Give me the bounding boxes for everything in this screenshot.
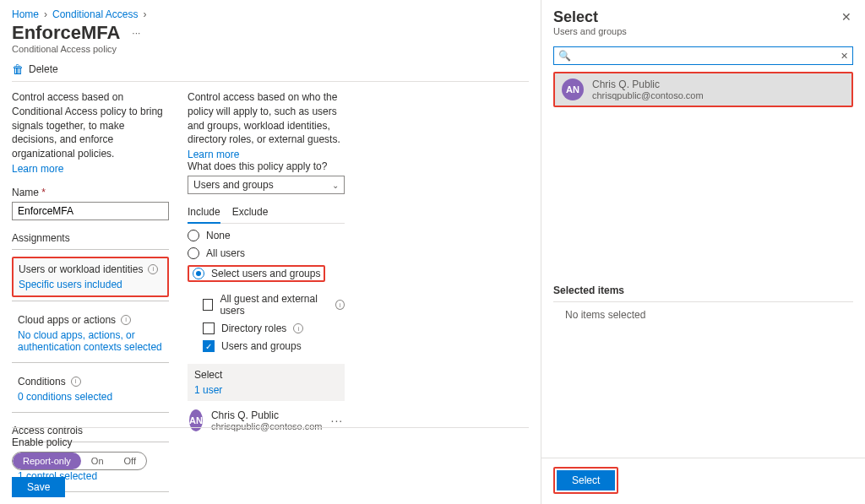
check-guest-external-label: All guest and external users xyxy=(220,293,329,317)
info-icon[interactable]: i xyxy=(71,377,81,387)
breadcrumb-home[interactable]: Home xyxy=(12,8,39,20)
assignments-heading: Assignments xyxy=(12,232,169,244)
radio-select-users-groups[interactable]: Select users and groups xyxy=(188,265,325,282)
breadcrumb-conditional-access[interactable]: Conditional Access xyxy=(52,8,138,20)
cloud-apps-row[interactable]: Cloud apps or actions i No cloud apps, a… xyxy=(12,308,169,359)
name-label: Name * xyxy=(12,187,169,198)
chevron-right-icon: › xyxy=(44,8,47,20)
tab-include[interactable]: Include xyxy=(188,203,220,223)
apply-description: Control access based on who the policy w… xyxy=(188,90,345,147)
policy-name-input[interactable] xyxy=(12,202,169,220)
users-workload-identities-label: Users or workload identities xyxy=(19,263,143,275)
divider xyxy=(12,362,169,363)
select-panel: Select Users and groups ✕ 🔍 ✕ AN Chris Q… xyxy=(541,0,865,504)
divider xyxy=(12,427,529,428)
info-icon[interactable]: i xyxy=(148,264,158,274)
divider xyxy=(12,412,169,413)
clear-icon[interactable]: ✕ xyxy=(841,51,848,62)
users-workload-identities-status: Specific users included xyxy=(19,279,162,290)
result-mail: chrisqpublic@contoso.com xyxy=(592,90,704,100)
apply-to-label: What does this policy apply to? xyxy=(188,160,345,172)
info-icon[interactable]: i xyxy=(335,300,345,310)
toggle-report-only[interactable]: Report-only xyxy=(13,453,81,469)
enable-policy-label: Enable policy xyxy=(12,436,529,448)
radio-icon xyxy=(188,230,199,241)
divider xyxy=(553,301,853,302)
select-button[interactable]: Select xyxy=(557,470,615,490)
panel-search[interactable]: 🔍 ✕ xyxy=(553,46,853,65)
cloud-apps-status: No cloud apps, actions, or authenticatio… xyxy=(18,329,163,353)
delete-button[interactable]: 🗑 Delete xyxy=(12,62,529,76)
delete-label: Delete xyxy=(29,63,58,75)
cloud-apps-label: Cloud apps or actions xyxy=(18,314,116,326)
select-users-title: Select xyxy=(194,369,338,381)
divider xyxy=(12,249,169,250)
apply-to-select[interactable]: Users and groups ⌄ xyxy=(188,176,345,194)
result-name: Chris Q. Public xyxy=(592,79,704,90)
radio-none-label: None xyxy=(206,230,231,241)
policy-description: Control access based on Conditional Acce… xyxy=(12,90,169,161)
chevron-right-icon: › xyxy=(143,8,146,20)
more-icon[interactable]: ··· xyxy=(128,27,144,39)
check-directory-roles[interactable]: Directory roles i xyxy=(203,322,345,334)
radio-icon xyxy=(188,247,199,259)
learn-more-link[interactable]: Learn more xyxy=(188,149,239,160)
page-subtitle: Conditional Access policy xyxy=(12,44,529,54)
trash-icon: 🗑 xyxy=(12,62,24,76)
session-row[interactable]: Session i 0 controls selected xyxy=(12,499,169,504)
breadcrumb: Home › Conditional Access › xyxy=(12,8,529,20)
users-workload-identities-row[interactable]: Users or workload identities i Specific … xyxy=(12,257,169,297)
check-users-groups[interactable]: ✓ Users and groups xyxy=(203,340,345,352)
radio-icon xyxy=(193,268,204,279)
learn-more-link[interactable]: Learn more xyxy=(12,163,63,175)
info-icon[interactable]: i xyxy=(293,323,303,333)
apply-to-value: Users and groups xyxy=(193,179,274,191)
radio-select-users-groups-label: Select users and groups xyxy=(211,268,320,279)
panel-title: Select xyxy=(553,8,627,26)
select-users-count-link[interactable]: 1 user xyxy=(194,384,338,396)
more-icon[interactable]: ··· xyxy=(331,414,344,427)
save-button[interactable]: Save xyxy=(12,477,65,497)
tab-exclude[interactable]: Exclude xyxy=(232,203,269,223)
search-result-row[interactable]: AN Chris Q. Public chrisqpublic@contoso.… xyxy=(553,72,853,107)
conditions-label: Conditions xyxy=(18,376,66,387)
checkbox-icon: ✓ xyxy=(203,340,215,352)
checkbox-icon xyxy=(203,299,213,311)
check-guest-external[interactable]: All guest and external users i xyxy=(203,293,345,317)
divider xyxy=(12,301,169,301)
chevron-down-icon: ⌄ xyxy=(332,181,339,190)
info-icon[interactable]: i xyxy=(121,315,131,325)
select-users-block[interactable]: Select 1 user xyxy=(188,364,345,401)
avatar: AN xyxy=(562,79,584,100)
panel-subtitle: Users and groups xyxy=(553,26,627,36)
toggle-off[interactable]: Off xyxy=(114,453,146,469)
check-directory-roles-label: Directory roles xyxy=(221,322,286,334)
radio-all-users[interactable]: All users xyxy=(188,247,345,259)
check-users-groups-label: Users and groups xyxy=(221,340,302,352)
close-icon[interactable]: ✕ xyxy=(840,8,853,25)
selected-items-heading: Selected items xyxy=(553,285,853,296)
checkbox-icon xyxy=(203,322,215,334)
no-items-text: No items selected xyxy=(565,309,853,321)
search-icon: 🔍 xyxy=(558,50,571,62)
conditions-status: 0 conditions selected xyxy=(18,391,163,403)
toggle-on[interactable]: On xyxy=(81,453,114,469)
enable-policy-toggle[interactable]: Report-only On Off xyxy=(12,452,147,470)
radio-all-users-label: All users xyxy=(206,247,245,259)
search-input[interactable] xyxy=(553,46,853,65)
page-title: EnforceMFA xyxy=(12,22,120,44)
radio-none[interactable]: None xyxy=(188,230,345,241)
selected-user-name: Chris Q. Public xyxy=(211,409,323,421)
conditions-row[interactable]: Conditions i 0 conditions selected xyxy=(12,370,169,409)
divider xyxy=(12,81,529,82)
